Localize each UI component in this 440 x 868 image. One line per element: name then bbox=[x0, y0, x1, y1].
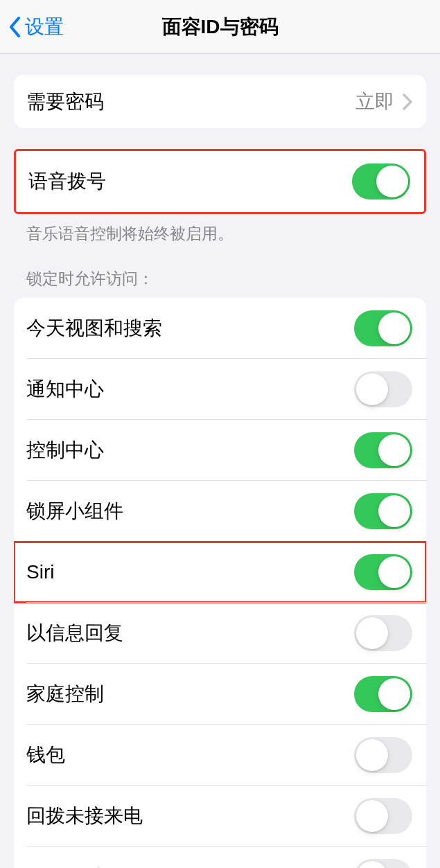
lock-access-label: 通知中心 bbox=[26, 376, 104, 402]
voice-dial-toggle[interactable] bbox=[352, 163, 410, 200]
lock-access-row: 以信息回复 bbox=[14, 603, 426, 664]
lock-access-label: 锁屏小组件 bbox=[26, 498, 123, 524]
lock-access-toggle[interactable] bbox=[354, 493, 412, 529]
lock-access-group: 今天视图和搜索通知中心控制中心锁屏小组件Siri以信息回复家庭控制钱包回拨未接来… bbox=[14, 298, 426, 868]
lock-access-toggle[interactable] bbox=[354, 432, 412, 468]
lock-access-label: Siri bbox=[26, 561, 54, 583]
require-passcode-value: 立即 bbox=[355, 89, 394, 115]
voice-dial-footer: 音乐语音控制将始终被启用。 bbox=[0, 214, 440, 245]
lock-access-label: 以信息回复 bbox=[26, 620, 123, 646]
lock-access-label: USB配件 bbox=[26, 864, 105, 868]
lock-access-toggle[interactable] bbox=[354, 676, 412, 712]
chevron-left-icon bbox=[8, 16, 22, 38]
lock-access-label: 回拨未接来电 bbox=[26, 803, 143, 829]
lock-access-row: USB配件 bbox=[14, 847, 426, 868]
lock-access-toggle[interactable] bbox=[354, 615, 412, 651]
page-title: 面容ID与密码 bbox=[162, 14, 279, 40]
lock-access-header: 锁定时允许访问： bbox=[0, 268, 440, 298]
lock-access-row: 家庭控制 bbox=[14, 664, 426, 725]
lock-access-label: 钱包 bbox=[26, 742, 65, 768]
lock-access-row: 今天视图和搜索 bbox=[14, 298, 426, 359]
navigation-bar: 设置 面容ID与密码 bbox=[0, 0, 440, 54]
lock-access-label: 控制中心 bbox=[26, 437, 104, 463]
lock-access-row: 钱包 bbox=[14, 725, 426, 786]
lock-access-toggle[interactable] bbox=[354, 798, 412, 834]
back-button[interactable]: 设置 bbox=[8, 14, 64, 40]
lock-access-row: 锁屏小组件 bbox=[14, 481, 426, 542]
lock-access-row: 回拨未接来电 bbox=[14, 786, 426, 847]
chevron-right-icon bbox=[403, 94, 412, 110]
lock-access-row: 控制中心 bbox=[14, 420, 426, 481]
voice-dial-row: 语音拨号 bbox=[16, 151, 424, 212]
lock-access-row: Siri bbox=[14, 542, 426, 603]
require-passcode-row[interactable]: 需要密码 立即 bbox=[14, 75, 426, 128]
back-label: 设置 bbox=[25, 14, 64, 40]
lock-access-label: 家庭控制 bbox=[26, 681, 104, 707]
lock-access-toggle[interactable] bbox=[354, 554, 412, 590]
lock-access-toggle[interactable] bbox=[354, 859, 412, 868]
lock-access-toggle[interactable] bbox=[354, 310, 412, 346]
lock-access-toggle[interactable] bbox=[354, 737, 412, 773]
require-passcode-label: 需要密码 bbox=[26, 89, 104, 115]
lock-access-row: 通知中心 bbox=[14, 359, 426, 420]
voice-dial-label: 语音拨号 bbox=[28, 168, 106, 195]
lock-access-toggle[interactable] bbox=[354, 371, 412, 407]
voice-dial-group: 语音拨号 bbox=[14, 149, 426, 214]
lock-access-label: 今天视图和搜索 bbox=[26, 315, 162, 342]
require-passcode-group: 需要密码 立即 bbox=[14, 75, 426, 128]
